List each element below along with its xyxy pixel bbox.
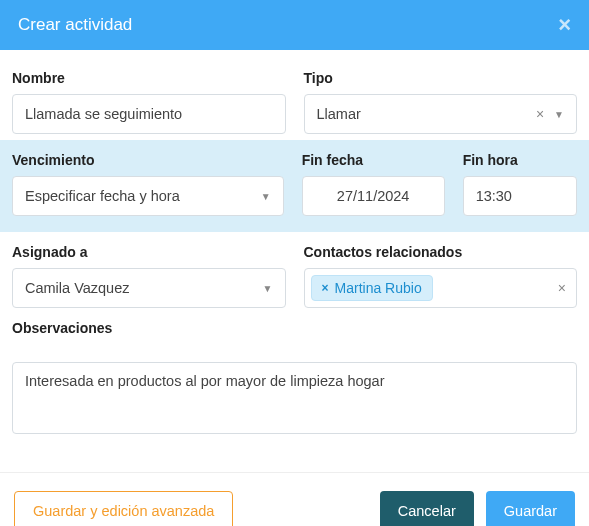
modal-footer: Guardar y edición avanzada Cancelar Guar… [0,472,589,526]
modal-header: Crear actividad × [0,0,589,50]
due-band: Vencimiento Especificar fecha y hora ▼ F… [0,140,589,232]
type-label: Tipo [304,70,578,86]
type-select[interactable]: Llamar × ▼ [304,94,578,134]
modal-title: Crear actividad [18,15,132,35]
assigned-label: Asignado a [12,244,286,260]
end-date-label: Fin fecha [302,152,445,168]
due-select[interactable]: Especificar fecha y hora ▼ [12,176,284,216]
type-value: Llamar [317,106,361,122]
name-label: Nombre [12,70,286,86]
end-date-value: 27/11/2024 [337,188,410,204]
chevron-down-icon[interactable]: ▼ [554,109,564,120]
contact-chip-label: Martina Rubio [335,280,422,296]
close-icon[interactable]: × [558,14,571,36]
create-activity-modal: Crear actividad × Nombre Llamada se segu… [0,0,589,526]
save-advanced-button[interactable]: Guardar y edición avanzada [14,491,233,526]
name-input[interactable]: Llamada se seguimiento [12,94,286,134]
assigned-value: Camila Vazquez [25,280,130,296]
chip-remove-icon[interactable]: × [322,281,329,295]
contacts-label: Contactos relacionados [304,244,578,260]
notes-label: Observaciones [12,320,577,336]
notes-textarea[interactable] [12,362,577,434]
name-value: Llamada se seguimiento [25,106,182,122]
type-clear-icon[interactable]: × [536,106,544,122]
modal-body: Nombre Llamada se seguimiento Tipo Llama… [0,50,589,450]
assigned-select[interactable]: Camila Vazquez ▼ [12,268,286,308]
save-button[interactable]: Guardar [486,491,575,526]
cancel-button[interactable]: Cancelar [380,491,474,526]
end-time-label: Fin hora [463,152,577,168]
chevron-down-icon[interactable]: ▼ [261,191,271,202]
contacts-input[interactable]: × Martina Rubio × [304,268,578,308]
due-value: Especificar fecha y hora [25,188,180,204]
end-date-input[interactable]: 27/11/2024 [302,176,445,216]
contacts-clear-icon[interactable]: × [558,280,566,296]
contact-chip[interactable]: × Martina Rubio [311,275,433,301]
chevron-down-icon[interactable]: ▼ [263,283,273,294]
end-time-value: 13:30 [476,188,512,204]
end-time-input[interactable]: 13:30 [463,176,577,216]
due-label: Vencimiento [12,152,284,168]
